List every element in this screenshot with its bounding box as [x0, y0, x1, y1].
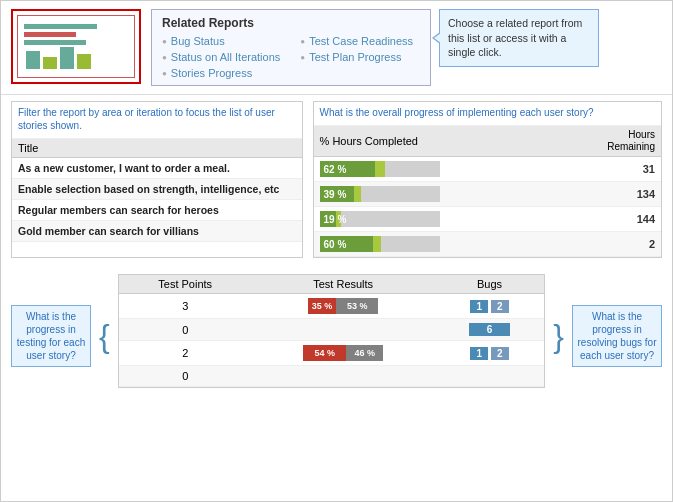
bottom-col-points: Test Points [119, 275, 252, 294]
test-points-cell: 3 [119, 294, 252, 319]
top-section: Related Reports Bug Status Status on All… [1, 1, 672, 95]
story-title-cell: As a new customer, I want to order a mea… [12, 158, 302, 179]
hours-remaining-cell: 2 [553, 232, 661, 257]
progress-label: 62 % [324, 164, 347, 175]
middle-section: Filter the report by area or iteration t… [1, 95, 672, 264]
bug-badge-1: 1 [470, 347, 488, 360]
progress-row: 39 %134 [314, 182, 661, 207]
thumb-bar-1 [26, 51, 40, 69]
bottom-section: What is the progress in testing for each… [1, 268, 672, 394]
bugs-cell: 6 [435, 319, 545, 341]
progress-bar-cell: 62 % [314, 157, 553, 182]
callout-text: Choose a related report from this list o… [448, 17, 582, 58]
related-report-label: Stories Progress [171, 67, 252, 79]
story-title-cell: Gold member can search for villians [12, 221, 302, 242]
thumb-bar-4 [77, 54, 91, 69]
bugs-cell: 12 [435, 294, 545, 319]
progress-bar-lime [373, 236, 381, 252]
progress-row: 19 %144 [314, 207, 661, 232]
stories-panel: Filter the report by area or iteration t… [11, 101, 303, 258]
callout-arrow-inner [434, 33, 441, 43]
bug-badge-2: 2 [491, 300, 509, 313]
stories-row: Enable selection based on strength, inte… [12, 179, 302, 200]
related-reports-title: Related Reports [162, 16, 420, 30]
progress-bar-container: 19 % [320, 211, 440, 227]
related-reports-col-1: Bug Status Status on All Iterations Stor… [162, 35, 280, 79]
progress-bar-cell: 60 % [314, 232, 553, 257]
progress-row: 62 %31 [314, 157, 661, 182]
related-reports-col-2: Test Case Readiness Test Plan Progress [300, 35, 413, 79]
bugs-cell [435, 366, 545, 387]
bottom-table-panel: Test Points Test Results Bugs 335 %53 %1… [118, 274, 546, 388]
related-report-test-plan-progress[interactable]: Test Plan Progress [300, 51, 413, 63]
related-report-label: Bug Status [171, 35, 225, 47]
bug-container: 6 [443, 323, 537, 336]
stories-row: Gold member can search for villians [12, 221, 302, 242]
hours-remaining-cell: 144 [553, 207, 661, 232]
thumb-inner [17, 15, 135, 78]
related-report-test-case-readiness[interactable]: Test Case Readiness [300, 35, 413, 47]
bottom-table-row: 335 %53 %12 [119, 294, 545, 319]
related-reports-panel: Related Reports Bug Status Status on All… [151, 9, 431, 86]
brace-right-icon: } [553, 320, 564, 352]
thumb-bars [26, 47, 91, 69]
progress-label: 19 % [324, 214, 347, 225]
test-bar-gray: 53 % [336, 298, 378, 314]
thumb-bar-2 [43, 57, 57, 69]
related-report-stories-progress[interactable]: Stories Progress [162, 67, 280, 79]
progress-bar-lime [375, 161, 385, 177]
test-points-cell: 0 [119, 319, 252, 341]
bottom-table-row: 254 %46 %12 [119, 341, 545, 366]
related-report-status-iterations[interactable]: Status on All Iterations [162, 51, 280, 63]
bug-badge-1: 1 [470, 300, 488, 313]
bug-badge-wide: 6 [469, 323, 511, 336]
bugs-cell: 12 [435, 341, 545, 366]
test-bar-container: 35 %53 % [308, 298, 378, 314]
progress-label: 39 % [324, 189, 347, 200]
test-bar-red: 54 % [303, 345, 346, 361]
stories-table: Title As a new customer, I want to order… [12, 139, 302, 242]
progress-note: What is the overall progress of implemen… [314, 102, 661, 126]
bottom-col-bugs: Bugs [435, 275, 545, 294]
bug-container: 12 [443, 300, 537, 313]
thumb-bar-3 [60, 47, 74, 69]
related-reports-columns: Bug Status Status on All Iterations Stor… [162, 35, 420, 79]
related-reports-callout: Choose a related report from this list o… [439, 9, 599, 67]
progress-bar-cell: 39 % [314, 182, 553, 207]
bottom-col-results: Test Results [252, 275, 435, 294]
progress-col-hours: HoursRemaining [553, 126, 661, 157]
test-results-cell [252, 366, 435, 387]
test-points-cell: 0 [119, 366, 252, 387]
related-report-label: Test Case Readiness [309, 35, 413, 47]
bottom-table: Test Points Test Results Bugs 335 %53 %1… [119, 275, 545, 387]
report-thumbnail[interactable] [11, 9, 141, 84]
progress-bar-cell: 19 % [314, 207, 553, 232]
hours-remaining-cell: 134 [553, 182, 661, 207]
test-points-cell: 2 [119, 341, 252, 366]
test-bar-red: 35 % [308, 298, 336, 314]
main-container: Related Reports Bug Status Status on All… [0, 0, 673, 502]
progress-col-pct: % Hours Completed [314, 126, 553, 157]
test-bar-container: 54 %46 % [303, 345, 383, 361]
progress-panel: What is the overall progress of implemen… [313, 101, 662, 258]
progress-label: 60 % [324, 239, 347, 250]
bottom-table-row: 0 [119, 366, 545, 387]
story-title-cell: Enable selection based on strength, inte… [12, 179, 302, 200]
test-results-cell: 54 %46 % [252, 341, 435, 366]
hours-remaining-cell: 31 [553, 157, 661, 182]
testing-callout: What is the progress in testing for each… [11, 305, 91, 367]
progress-bar-container: 39 % [320, 186, 440, 202]
test-results-cell [252, 319, 435, 341]
brace-left-icon: { [99, 320, 110, 352]
bug-container: 12 [443, 347, 537, 360]
story-title-cell: Regular members can search for heroes [12, 200, 302, 221]
related-report-bug-status[interactable]: Bug Status [162, 35, 280, 47]
progress-row: 60 %2 [314, 232, 661, 257]
thumb-line-3 [24, 40, 86, 45]
test-results-cell: 35 %53 % [252, 294, 435, 319]
progress-table: % Hours Completed HoursRemaining 62 %313… [314, 126, 661, 257]
bug-badge-2: 2 [491, 347, 509, 360]
related-report-label: Status on All Iterations [171, 51, 280, 63]
bottom-table-row: 06 [119, 319, 545, 341]
filter-note: Filter the report by area or iteration t… [12, 102, 302, 139]
